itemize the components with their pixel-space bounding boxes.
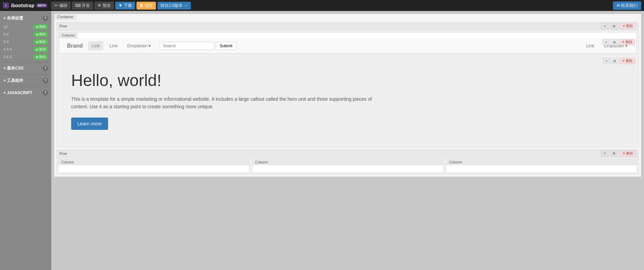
beta-badge: BETA (36, 3, 47, 8)
drag-label: 拖动 (39, 32, 46, 37)
layout-help-icon[interactable]: ? (43, 16, 48, 21)
hero-learn-more-btn[interactable]: Learn more (71, 118, 108, 130)
row2-delete-btn[interactable]: ✕ 删除 (620, 150, 636, 157)
js-section-header[interactable]: + JAVASCRIPT ? (0, 88, 51, 97)
navbar-form: Submit (160, 42, 236, 50)
drag-icon: ⊕ (36, 40, 38, 44)
css-section-label: + 基本CSS (3, 65, 24, 71)
hero-text: This is a template for a simple marketin… (71, 95, 379, 111)
app-logo: i ibootstrap BETA (3, 2, 47, 9)
col1-add-btn[interactable]: + (603, 39, 609, 45)
edit-button[interactable]: ✏ 编辑 (51, 2, 70, 10)
row2-add-btn[interactable]: + (601, 150, 608, 157)
demo-navbar: Brand Link Link Dropdown ▾ Submit (59, 38, 636, 53)
layout-item-84: 8 4 ⊕ 拖动 (0, 38, 51, 46)
row2-header: Row + ⚙ ✕ 删除 (57, 150, 639, 158)
col1-delete-btn[interactable]: ✕ 删除 (619, 39, 635, 45)
js-help-icon[interactable]: ? (43, 90, 48, 95)
bottom-col2-label: Column (252, 159, 443, 165)
container-label: Container (54, 14, 76, 20)
navbar-search-input[interactable] (160, 42, 214, 50)
layout-item-label: 2 6 4 (3, 55, 34, 59)
container-block: Container Row + ⚙ ✕ 删除 Column + (54, 14, 641, 177)
clear-button[interactable]: 🗑 清空 (136, 2, 156, 10)
column-block-1: Column + ⚙ ✕ 删除 Brand Link Link (59, 32, 636, 54)
js-section-label: + JAVASCRIPT (3, 90, 32, 95)
layout-item-label: 8 4 (3, 40, 34, 44)
layout-section-label: + 布局设置 (3, 15, 23, 21)
row-block-2: Row + ⚙ ✕ 删除 Column Column Column (56, 149, 639, 174)
navbar-link1[interactable]: Link (88, 41, 103, 50)
navbar-dropdown1[interactable]: Dropdown ▾ (124, 41, 154, 50)
row1-add-btn[interactable]: + (601, 23, 608, 29)
layout-item-444: 4 4 4 ⊕ 拖动 (0, 46, 51, 53)
row2-settings-btn[interactable]: ⚙ (610, 150, 618, 157)
navbar-brand: Brand (64, 43, 86, 49)
hero-title: Hello, world! (71, 71, 624, 90)
preview-button[interactable]: 👁 预览 (94, 2, 114, 10)
navbar-submit-btn[interactable]: Submit (216, 42, 236, 50)
drag-label: 拖动 (39, 47, 46, 52)
tools-section-header[interactable]: + 工具组件 ? (0, 76, 51, 85)
bottom-col1-label: Column (58, 159, 249, 165)
drag-label: 拖动 (39, 39, 46, 44)
row1-actions: + ⚙ ✕ 删除 (601, 23, 636, 29)
download-button[interactable]: ▼ 下载 (115, 2, 135, 10)
layout-item-label: 6 6 (3, 32, 34, 36)
drag-label: 拖动 (39, 54, 46, 59)
sidebar-divider-2 (2, 74, 49, 75)
row1-label: Row (60, 24, 67, 28)
contact-button[interactable]: ✉ 联系我们 (613, 1, 641, 10)
sidebar-divider-1 (2, 62, 49, 62)
sidebar-divider-3 (2, 87, 49, 87)
navbar-dropdown1-label: Dropdown (127, 43, 147, 48)
main-content: Container Row + ⚙ ✕ 删除 Column + (51, 11, 644, 270)
column1-actions: + ⚙ ✕ 删除 (603, 38, 635, 46)
dev-button[interactable]: ⌨ 开发 (72, 2, 93, 10)
col1-settings-btn[interactable]: ⚙ (610, 39, 618, 45)
bottom-row-columns: Column Column Column (57, 158, 639, 174)
tools-help-icon[interactable]: ? (43, 78, 48, 83)
v2-button[interactable]: 前往2.0版本 → (157, 2, 191, 10)
hero-delete-btn[interactable]: ✕ 删除 (620, 58, 635, 64)
navbar-link2[interactable]: Link (106, 41, 121, 50)
hero-settings-btn[interactable]: ⚙ (611, 58, 619, 64)
row1-delete-btn[interactable]: ✕ 删除 (620, 23, 636, 29)
drag-btn-444[interactable]: ⊕ 拖动 (34, 47, 48, 52)
bottom-col3-label: Column (446, 159, 637, 165)
drag-icon: ⊕ (36, 25, 38, 29)
row2-label: Row (60, 151, 67, 156)
row1-header: Row + ⚙ ✕ 删除 (57, 22, 639, 30)
bottom-col-2: Column (252, 159, 443, 173)
layout: + 布局设置 ? 12 ⊕ 拖动 6 6 ⊕ 拖动 8 4 ⊕ 拖动 4 4 (0, 11, 644, 270)
layout-item-label: 12 (3, 25, 34, 29)
app-name: ibootstrap (11, 3, 34, 8)
layout-item-264: 2 6 4 ⊕ 拖动 (0, 53, 51, 61)
logo-icon: i (3, 2, 9, 9)
top-navbar: i ibootstrap BETA ✏ 编辑 ⌨ 开发 👁 预览 ▼ 下载 🗑 … (0, 0, 644, 11)
layout-item-12: 12 ⊕ 拖动 (0, 23, 51, 30)
bottom-col-3: Column (446, 159, 637, 173)
drag-btn-264[interactable]: ⊕ 拖动 (34, 54, 48, 60)
hero-actions: + ⚙ ✕ 删除 (603, 57, 635, 65)
css-section-header[interactable]: + 基本CSS ? (0, 64, 51, 73)
drag-icon: ⊕ (36, 33, 38, 36)
drag-icon: ⊕ (36, 48, 38, 51)
drag-icon: ⊕ (36, 55, 38, 59)
layout-item-66: 6 6 ⊕ 拖动 (0, 30, 51, 38)
hero-unit: Hello, world! This is a template for a s… (61, 57, 634, 144)
row1-settings-btn[interactable]: ⚙ (610, 23, 618, 29)
column-label: Column (59, 33, 78, 38)
css-help-icon[interactable]: ? (43, 66, 48, 71)
hero-add-btn[interactable]: + (603, 58, 610, 64)
dropdown-chevron-icon: ▾ (148, 43, 151, 48)
drag-btn-66[interactable]: ⊕ 拖动 (34, 32, 48, 37)
tools-section-label: + 工具组件 (3, 78, 23, 84)
row-block-1: Row + ⚙ ✕ 删除 Column + ⚙ ✕ 删除 (56, 22, 639, 147)
layout-section-header[interactable]: + 布局设置 ? (0, 14, 51, 23)
navbar-right-link[interactable]: Link (583, 41, 598, 50)
hero-row-wrapper: + ⚙ ✕ 删除 Hello, world! This is a templat… (59, 57, 636, 144)
drag-btn-84[interactable]: ⊕ 拖动 (34, 39, 48, 45)
drag-btn-12[interactable]: ⊕ 拖动 (34, 24, 48, 29)
layout-item-label: 4 4 4 (3, 47, 34, 51)
